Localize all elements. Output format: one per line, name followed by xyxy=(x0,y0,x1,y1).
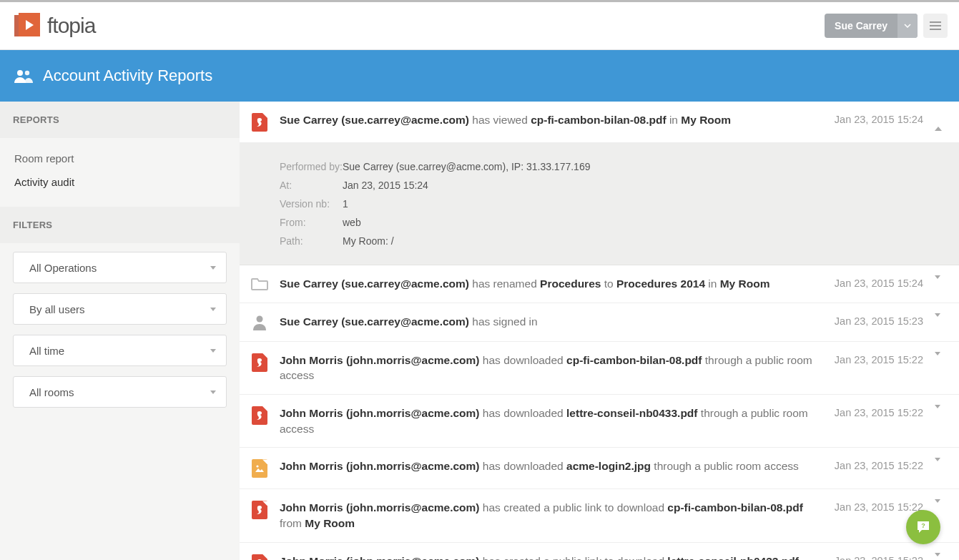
sidebar-link-room-report[interactable]: Room report xyxy=(0,147,240,170)
detail-value: Sue Carrey (sue.carrey@acme.com), IP: 31… xyxy=(343,161,590,172)
activity-message: Sue Carrey (sue.carrey@acme.com) has vie… xyxy=(280,112,823,128)
svg-point-9 xyxy=(256,466,258,468)
expand-toggle[interactable] xyxy=(935,554,945,560)
expand-toggle[interactable] xyxy=(935,500,945,514)
activity-time: Jan 23, 2015 15:23 xyxy=(835,314,923,327)
activity-message: John Morris (john.morris@acme.com) has d… xyxy=(280,458,823,474)
svg-text:?: ? xyxy=(921,522,925,529)
activity-time: Jan 23, 2015 15:22 xyxy=(835,554,923,560)
activity-message: John Morris (john.morris@acme.com) has c… xyxy=(280,554,823,560)
activity-row[interactable]: John Morris (john.morris@acme.com) has d… xyxy=(240,342,959,395)
hamburger-icon xyxy=(930,21,941,30)
pdf-file-icon xyxy=(252,501,267,519)
expand-toggle[interactable] xyxy=(935,406,945,420)
page-title: Account Activity Reports xyxy=(43,67,212,85)
logo[interactable]: ftopia xyxy=(14,13,95,39)
svg-point-8 xyxy=(257,315,263,322)
detail-value: web xyxy=(343,217,361,228)
chevron-down-icon xyxy=(210,349,216,353)
pdf-file-icon xyxy=(252,113,267,132)
filter-users[interactable]: By all users xyxy=(13,293,227,325)
filter-time[interactable]: All time xyxy=(13,335,227,366)
activity-time: Jan 23, 2015 15:22 xyxy=(835,458,923,471)
person-icon xyxy=(252,315,267,330)
logo-icon xyxy=(14,13,40,39)
menu-button[interactable] xyxy=(923,14,948,38)
filter-users-label: By all users xyxy=(29,303,85,315)
logo-text: ftopia xyxy=(47,14,95,38)
chevron-down-icon xyxy=(935,352,940,367)
chevron-down-icon xyxy=(935,275,940,290)
activity-row[interactable]: John Morris (john.morris@acme.com) has c… xyxy=(240,543,959,560)
sidebar-report-links: Room report Activity audit xyxy=(0,138,240,207)
expand-toggle[interactable] xyxy=(935,276,945,290)
activity-time: Jan 23, 2015 15:22 xyxy=(835,500,923,513)
sidebar-filters-header: FILTERS xyxy=(0,207,240,243)
chevron-down-icon xyxy=(935,458,940,473)
detail-label: From: xyxy=(280,217,343,228)
detail-label: Version nb: xyxy=(280,198,343,210)
activity-message: John Morris (john.morris@acme.com) has d… xyxy=(280,353,823,383)
help-button[interactable]: ? xyxy=(906,510,940,544)
pdf-file-icon xyxy=(252,554,267,560)
topbar: ftopia Sue Carrey xyxy=(0,0,959,50)
activity-row[interactable]: John Morris (john.morris@acme.com) has c… xyxy=(240,489,959,542)
detail-value: 1 xyxy=(343,198,348,210)
filter-operations-label: All Operations xyxy=(29,262,97,274)
sidebar: REPORTS Room report Activity audit FILTE… xyxy=(0,102,240,560)
activity-row[interactable]: John Morris (john.morris@acme.com) has d… xyxy=(240,448,959,489)
expand-toggle[interactable] xyxy=(935,353,945,367)
activity-time: Jan 23, 2015 15:22 xyxy=(835,353,923,365)
activity-row[interactable]: John Morris (john.morris@acme.com) has d… xyxy=(240,395,959,448)
image-file-icon xyxy=(252,459,267,478)
activity-row[interactable]: Sue Carrey (sue.carrey@acme.com) has sig… xyxy=(240,303,959,342)
page-banner: Account Activity Reports xyxy=(0,50,959,102)
detail-value: My Room: / xyxy=(343,235,394,247)
filter-rooms-label: All rooms xyxy=(29,386,74,398)
activity-message: Sue Carrey (sue.carrey@acme.com) has sig… xyxy=(280,314,823,330)
svg-rect-3 xyxy=(930,21,941,23)
svg-rect-5 xyxy=(930,29,941,30)
activity-message: John Morris (john.morris@acme.com) has c… xyxy=(280,500,823,531)
filter-rooms[interactable]: All rooms xyxy=(13,376,227,408)
activity-time: Jan 23, 2015 15:22 xyxy=(835,406,923,418)
chevron-down-icon xyxy=(935,313,940,328)
activity-time: Jan 23, 2015 15:24 xyxy=(835,276,923,289)
filter-operations[interactable]: All Operations xyxy=(13,252,227,283)
chevron-down-icon xyxy=(935,499,940,514)
chevron-down-icon xyxy=(210,266,216,270)
detail-label: Path: xyxy=(280,235,343,247)
user-menu-button[interactable]: Sue Carrey xyxy=(825,14,918,38)
chevron-down-icon xyxy=(897,14,918,38)
pdf-file-icon xyxy=(252,406,267,425)
chevron-down-icon xyxy=(935,405,940,420)
chevron-up-icon xyxy=(935,115,942,131)
detail-value: Jan 23, 2015 15:24 xyxy=(343,180,428,191)
activity-details: Performed by:Sue Carrey (sue.carrey@acme… xyxy=(240,143,959,265)
activity-list: Sue Carrey (sue.carrey@acme.com) has vie… xyxy=(240,102,959,560)
filter-time-label: All time xyxy=(29,345,64,357)
people-icon xyxy=(14,69,33,83)
chevron-down-icon xyxy=(935,553,940,560)
detail-label: At: xyxy=(280,180,343,191)
svg-point-6 xyxy=(17,70,23,76)
sidebar-reports-header: REPORTS xyxy=(0,102,240,138)
folder-icon xyxy=(251,277,268,291)
svg-rect-4 xyxy=(930,25,941,26)
sidebar-link-activity-audit[interactable]: Activity audit xyxy=(0,170,240,194)
activity-time: Jan 23, 2015 15:24 xyxy=(835,112,923,125)
activity-message: Sue Carrey (sue.carrey@acme.com) has ren… xyxy=(280,276,823,292)
activity-row[interactable]: Sue Carrey (sue.carrey@acme.com) has vie… xyxy=(240,102,959,143)
chevron-down-icon xyxy=(210,390,216,394)
activity-message: John Morris (john.morris@acme.com) has d… xyxy=(280,406,823,436)
pdf-file-icon xyxy=(252,353,267,372)
detail-label: Performed by: xyxy=(280,161,343,172)
chat-icon: ? xyxy=(915,519,931,535)
expand-toggle[interactable] xyxy=(935,458,945,473)
user-name: Sue Carrey xyxy=(825,20,897,31)
activity-row[interactable]: Sue Carrey (sue.carrey@acme.com) has ren… xyxy=(240,265,959,303)
svg-point-7 xyxy=(25,71,29,75)
collapse-toggle[interactable] xyxy=(935,112,945,127)
expand-toggle[interactable] xyxy=(935,314,945,328)
chevron-down-icon xyxy=(210,308,216,311)
